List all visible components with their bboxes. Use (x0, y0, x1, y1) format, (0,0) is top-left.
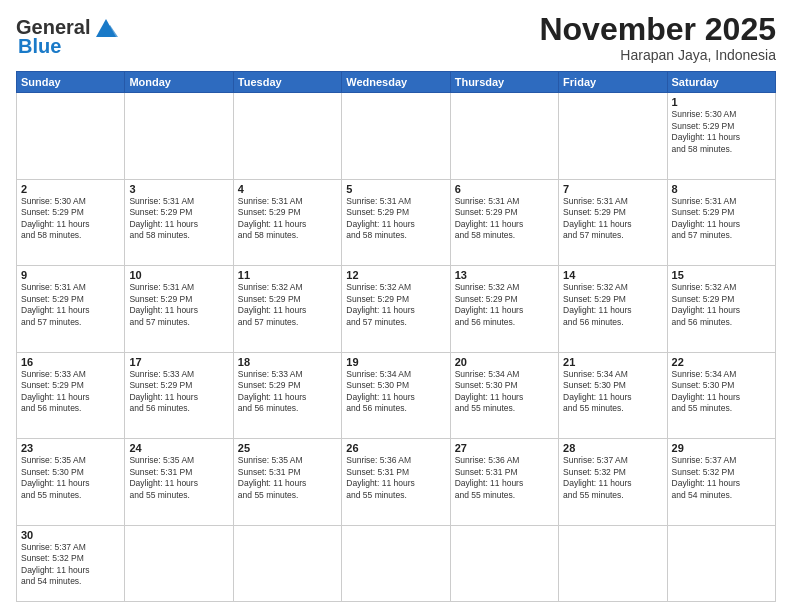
day-number: 19 (346, 356, 445, 368)
calendar-week-row: 9Sunrise: 5:31 AM Sunset: 5:29 PM Daylig… (17, 266, 776, 353)
table-row (125, 525, 233, 601)
cell-info: Sunrise: 5:31 AM Sunset: 5:29 PM Dayligh… (129, 196, 228, 242)
table-row: 30Sunrise: 5:37 AM Sunset: 5:32 PM Dayli… (17, 525, 125, 601)
table-row (233, 525, 341, 601)
day-number: 18 (238, 356, 337, 368)
cell-info: Sunrise: 5:32 AM Sunset: 5:29 PM Dayligh… (455, 282, 554, 328)
table-row (342, 93, 450, 180)
cell-info: Sunrise: 5:31 AM Sunset: 5:29 PM Dayligh… (346, 196, 445, 242)
cell-info: Sunrise: 5:34 AM Sunset: 5:30 PM Dayligh… (563, 369, 662, 415)
table-row: 25Sunrise: 5:35 AM Sunset: 5:31 PM Dayli… (233, 439, 341, 526)
table-row: 22Sunrise: 5:34 AM Sunset: 5:30 PM Dayli… (667, 352, 775, 439)
table-row: 2Sunrise: 5:30 AM Sunset: 5:29 PM Daylig… (17, 179, 125, 266)
table-row: 18Sunrise: 5:33 AM Sunset: 5:29 PM Dayli… (233, 352, 341, 439)
day-number: 11 (238, 269, 337, 281)
day-number: 7 (563, 183, 662, 195)
table-row: 13Sunrise: 5:32 AM Sunset: 5:29 PM Dayli… (450, 266, 558, 353)
day-number: 28 (563, 442, 662, 454)
table-row: 11Sunrise: 5:32 AM Sunset: 5:29 PM Dayli… (233, 266, 341, 353)
table-row: 19Sunrise: 5:34 AM Sunset: 5:30 PM Dayli… (342, 352, 450, 439)
cell-info: Sunrise: 5:31 AM Sunset: 5:29 PM Dayligh… (455, 196, 554, 242)
table-row (233, 93, 341, 180)
table-row: 10Sunrise: 5:31 AM Sunset: 5:29 PM Dayli… (125, 266, 233, 353)
day-number: 6 (455, 183, 554, 195)
table-row (559, 525, 667, 601)
table-row: 6Sunrise: 5:31 AM Sunset: 5:29 PM Daylig… (450, 179, 558, 266)
day-number: 20 (455, 356, 554, 368)
cell-info: Sunrise: 5:37 AM Sunset: 5:32 PM Dayligh… (21, 542, 120, 588)
day-number: 1 (672, 96, 771, 108)
day-number: 10 (129, 269, 228, 281)
table-row: 23Sunrise: 5:35 AM Sunset: 5:30 PM Dayli… (17, 439, 125, 526)
table-row: 8Sunrise: 5:31 AM Sunset: 5:29 PM Daylig… (667, 179, 775, 266)
table-row (450, 93, 558, 180)
col-saturday: Saturday (667, 72, 775, 93)
logo: General Blue (16, 16, 120, 58)
col-tuesday: Tuesday (233, 72, 341, 93)
day-number: 3 (129, 183, 228, 195)
table-row: 24Sunrise: 5:35 AM Sunset: 5:31 PM Dayli… (125, 439, 233, 526)
day-number: 22 (672, 356, 771, 368)
table-row: 21Sunrise: 5:34 AM Sunset: 5:30 PM Dayli… (559, 352, 667, 439)
calendar-week-row: 23Sunrise: 5:35 AM Sunset: 5:30 PM Dayli… (17, 439, 776, 526)
table-row (667, 525, 775, 601)
day-number: 23 (21, 442, 120, 454)
cell-info: Sunrise: 5:36 AM Sunset: 5:31 PM Dayligh… (346, 455, 445, 501)
day-number: 25 (238, 442, 337, 454)
cell-info: Sunrise: 5:34 AM Sunset: 5:30 PM Dayligh… (672, 369, 771, 415)
cell-info: Sunrise: 5:37 AM Sunset: 5:32 PM Dayligh… (563, 455, 662, 501)
table-row: 1Sunrise: 5:30 AM Sunset: 5:29 PM Daylig… (667, 93, 775, 180)
table-row: 3Sunrise: 5:31 AM Sunset: 5:29 PM Daylig… (125, 179, 233, 266)
cell-info: Sunrise: 5:33 AM Sunset: 5:29 PM Dayligh… (129, 369, 228, 415)
cell-info: Sunrise: 5:31 AM Sunset: 5:29 PM Dayligh… (238, 196, 337, 242)
header: General Blue November 2025 Harapan Jaya,… (16, 12, 776, 63)
table-row: 20Sunrise: 5:34 AM Sunset: 5:30 PM Dayli… (450, 352, 558, 439)
table-row: 17Sunrise: 5:33 AM Sunset: 5:29 PM Dayli… (125, 352, 233, 439)
cell-info: Sunrise: 5:30 AM Sunset: 5:29 PM Dayligh… (672, 109, 771, 155)
table-row (342, 525, 450, 601)
cell-info: Sunrise: 5:32 AM Sunset: 5:29 PM Dayligh… (238, 282, 337, 328)
table-row (559, 93, 667, 180)
cell-info: Sunrise: 5:31 AM Sunset: 5:29 PM Dayligh… (563, 196, 662, 242)
table-row (450, 525, 558, 601)
table-row: 12Sunrise: 5:32 AM Sunset: 5:29 PM Dayli… (342, 266, 450, 353)
table-row: 9Sunrise: 5:31 AM Sunset: 5:29 PM Daylig… (17, 266, 125, 353)
table-row: 28Sunrise: 5:37 AM Sunset: 5:32 PM Dayli… (559, 439, 667, 526)
col-sunday: Sunday (17, 72, 125, 93)
cell-info: Sunrise: 5:34 AM Sunset: 5:30 PM Dayligh… (455, 369, 554, 415)
month-year: November 2025 (539, 12, 776, 47)
table-row: 29Sunrise: 5:37 AM Sunset: 5:32 PM Dayli… (667, 439, 775, 526)
cell-info: Sunrise: 5:30 AM Sunset: 5:29 PM Dayligh… (21, 196, 120, 242)
cell-info: Sunrise: 5:33 AM Sunset: 5:29 PM Dayligh… (238, 369, 337, 415)
calendar-week-row: 2Sunrise: 5:30 AM Sunset: 5:29 PM Daylig… (17, 179, 776, 266)
table-row (17, 93, 125, 180)
cell-info: Sunrise: 5:32 AM Sunset: 5:29 PM Dayligh… (563, 282, 662, 328)
day-number: 2 (21, 183, 120, 195)
cell-info: Sunrise: 5:37 AM Sunset: 5:32 PM Dayligh… (672, 455, 771, 501)
location: Harapan Jaya, Indonesia (539, 47, 776, 63)
table-row: 15Sunrise: 5:32 AM Sunset: 5:29 PM Dayli… (667, 266, 775, 353)
calendar-week-row: 1Sunrise: 5:30 AM Sunset: 5:29 PM Daylig… (17, 93, 776, 180)
day-number: 30 (21, 529, 120, 541)
day-number: 14 (563, 269, 662, 281)
cell-info: Sunrise: 5:31 AM Sunset: 5:29 PM Dayligh… (672, 196, 771, 242)
cell-info: Sunrise: 5:35 AM Sunset: 5:30 PM Dayligh… (21, 455, 120, 501)
cell-info: Sunrise: 5:32 AM Sunset: 5:29 PM Dayligh… (346, 282, 445, 328)
logo-blue: Blue (18, 35, 61, 58)
table-row: 5Sunrise: 5:31 AM Sunset: 5:29 PM Daylig… (342, 179, 450, 266)
cell-info: Sunrise: 5:33 AM Sunset: 5:29 PM Dayligh… (21, 369, 120, 415)
table-row: 14Sunrise: 5:32 AM Sunset: 5:29 PM Dayli… (559, 266, 667, 353)
day-number: 8 (672, 183, 771, 195)
col-friday: Friday (559, 72, 667, 93)
col-thursday: Thursday (450, 72, 558, 93)
cell-info: Sunrise: 5:32 AM Sunset: 5:29 PM Dayligh… (672, 282, 771, 328)
table-row: 4Sunrise: 5:31 AM Sunset: 5:29 PM Daylig… (233, 179, 341, 266)
col-wednesday: Wednesday (342, 72, 450, 93)
day-number: 4 (238, 183, 337, 195)
day-number: 17 (129, 356, 228, 368)
col-monday: Monday (125, 72, 233, 93)
logo-icon (92, 17, 120, 39)
table-row (125, 93, 233, 180)
cell-info: Sunrise: 5:34 AM Sunset: 5:30 PM Dayligh… (346, 369, 445, 415)
calendar-table: Sunday Monday Tuesday Wednesday Thursday… (16, 71, 776, 602)
